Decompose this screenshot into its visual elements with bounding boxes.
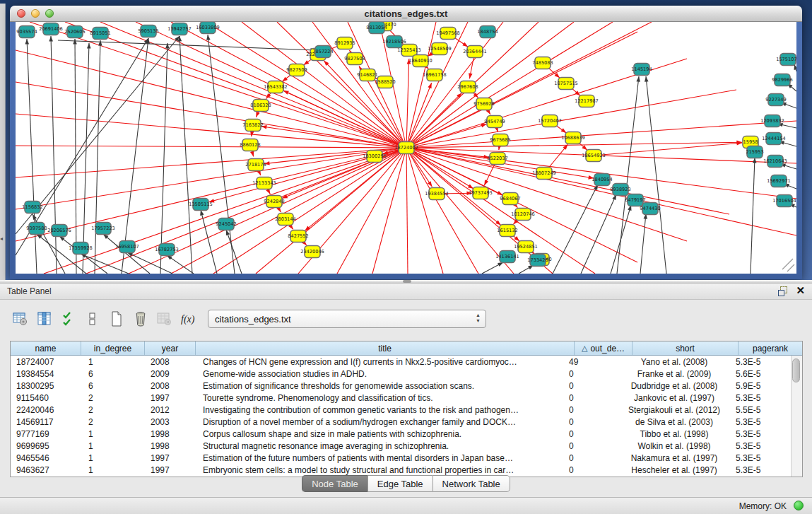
tab-network-table[interactable]: Network Table	[433, 475, 510, 492]
table-row[interactable]: 946362711997Embryonic stem cells: a mode…	[11, 464, 791, 476]
minimize-button[interactable]	[31, 9, 40, 18]
graph-node[interactable]: 1848754	[477, 26, 498, 38]
column-header-title[interactable]: title	[196, 341, 575, 355]
column-header-pagerank[interactable]: pagerank	[739, 341, 802, 355]
graph-node[interactable]: 10688639	[561, 132, 585, 144]
left-panel-edge[interactable]: ◂	[0, 4, 6, 280]
graph-node[interactable]: 2803144	[275, 214, 295, 226]
graph-node[interactable]: 20206576	[47, 225, 71, 237]
float-window-icon[interactable]	[777, 286, 787, 296]
graph-node[interactable]: 8186328	[250, 100, 271, 112]
column-header-year[interactable]: year	[145, 341, 196, 355]
tab-edge-table[interactable]: Edge Table	[367, 475, 433, 492]
graph-node[interactable]: 16033809	[196, 22, 220, 34]
clear-selection-icon[interactable]	[83, 310, 102, 328]
graph-node[interactable]: 17359928	[69, 243, 93, 255]
table-row[interactable]: 1872400712008Changes of HCN gene express…	[11, 356, 791, 368]
delete-column-icon[interactable]	[131, 310, 150, 328]
delete-table-icon[interactable]	[155, 310, 174, 328]
table-row[interactable]: 1456911722003Disruption of a novel membe…	[11, 416, 791, 428]
close-button[interactable]	[17, 9, 25, 18]
table-row[interactable]: 1938455462009Genome-wide association stu…	[11, 368, 791, 380]
graph-node[interactable]: 2718176	[245, 159, 266, 171]
table-options-icon[interactable]	[11, 310, 30, 328]
network-window-titlebar[interactable]: citations_edges.txt	[10, 6, 802, 22]
graph-node[interactable]: 2967608	[457, 81, 478, 93]
zoom-button[interactable]	[45, 9, 54, 18]
graph-node[interactable]: 9756928	[473, 98, 494, 110]
graph-node[interactable]: 19384554	[425, 188, 449, 200]
graph-node[interactable]: 1145194	[631, 64, 652, 76]
graph-node[interactable]: 9245042	[216, 218, 236, 230]
tab-node-table[interactable]: Node Table	[302, 475, 367, 492]
graph-node[interactable]: 18757515	[554, 78, 578, 90]
table-row[interactable]: 1830029562008Estimation of significance …	[11, 380, 791, 392]
graph-node[interactable]: 9827509	[286, 64, 307, 76]
graph-node[interactable]: 9474430	[640, 203, 660, 215]
graph-node[interactable]: 8454749	[484, 116, 505, 128]
new-column-icon[interactable]	[107, 310, 126, 328]
show-columns-icon[interactable]	[35, 310, 54, 328]
graph-node[interactable]: 215953	[746, 146, 763, 158]
graph-node[interactable]: 1156832	[22, 201, 42, 214]
function-builder-icon[interactable]: f(x)	[180, 310, 198, 328]
graph-node[interactable]: 9829966	[772, 74, 792, 86]
graph-node[interactable]: 16961758	[423, 69, 447, 81]
graph-node[interactable]: 5905135	[138, 25, 158, 37]
graph-node[interactable]: 9397588	[26, 223, 47, 235]
graph-node[interactable]: 15720407	[538, 115, 562, 127]
graph-node[interactable]: 9684067	[500, 193, 520, 205]
graph-node[interactable]: 1588520	[375, 76, 395, 88]
graph-node[interactable]: 1615132	[497, 225, 517, 237]
select-all-rows-icon[interactable]	[59, 310, 78, 328]
table-selector-dropdown[interactable]: citations_edges.txt ▲▼	[208, 310, 486, 328]
graph-node[interactable]: 12217987	[575, 95, 599, 107]
table-row[interactable]: 977716911998Corpus callosum shape and si…	[11, 428, 791, 440]
network-canvas[interactable]: 1872400711254470125485091232541318640910…	[16, 22, 796, 274]
graph-node[interactable]: 8912935	[334, 37, 355, 49]
column-header-in_degree[interactable]: in_degree	[81, 341, 145, 355]
graph-node[interactable]: 9827508	[344, 53, 365, 65]
close-panel-icon[interactable]: ✕	[796, 286, 805, 296]
citation-network-graph[interactable]: 1872400711254470125485091232541318640910…	[16, 22, 796, 274]
graph-node[interactable]: 9035574	[16, 26, 37, 38]
table-row[interactable]: 911546021997Tourette syndrome. Phenomeno…	[11, 392, 791, 404]
table-row[interactable]: 946554611997Estimation of the future num…	[11, 452, 791, 464]
graph-node[interactable]: 17957223	[91, 223, 115, 235]
graph-node[interactable]: 1840954	[592, 174, 612, 186]
svg-text:19737493: 19737493	[469, 190, 493, 196]
graph-node[interactable]: 8522037	[487, 153, 507, 165]
graph-node[interactable]: 7857224	[312, 46, 333, 58]
graph-node[interactable]: 9242848	[264, 196, 284, 208]
graph-node[interactable]: 16958107	[115, 241, 139, 253]
graph-node[interactable]: 14136141	[495, 251, 519, 263]
graph-node[interactable]: 7485083	[532, 57, 553, 69]
graph-node[interactable]: 8427552	[288, 230, 308, 243]
table-row[interactable]: 2242004622012Investigating the contribut…	[11, 404, 791, 416]
graph-node[interactable]: 2520605	[64, 26, 85, 38]
column-header-short[interactable]: short	[632, 341, 739, 355]
graph-node[interactable]: 8915051	[90, 28, 110, 40]
column-header-out_de[interactable]: △out_de…	[575, 341, 632, 355]
graph-node[interactable]: 1733426	[527, 255, 548, 267]
graph-node[interactable]: 18654923	[582, 150, 606, 162]
graph-node[interactable]: 15751074	[776, 54, 796, 66]
graph-node[interactable]: 20691406	[39, 23, 63, 35]
graph-node[interactable]: 13505115	[189, 199, 213, 211]
divider-grip[interactable]	[403, 280, 411, 283]
graph-node[interactable]: 8860128	[240, 139, 260, 151]
graph-node[interactable]: 19524851	[514, 241, 538, 253]
graph-node[interactable]: 9227349	[765, 94, 786, 106]
graph-node[interactable]: 12133343	[252, 177, 276, 189]
graph-node[interactable]: 9675685	[490, 134, 510, 146]
table-row[interactable]: 969969511998Structural magnetic resonanc…	[11, 440, 791, 452]
graph-node[interactable]: 7163822	[242, 119, 263, 132]
cell: 1998	[145, 441, 196, 451]
graph-node[interactable]: 13942757	[167, 23, 192, 35]
vertical-scrollbar[interactable]	[791, 356, 802, 477]
column-header-name[interactable]: name	[11, 341, 81, 355]
graph-node[interactable]: 8938923	[610, 184, 630, 196]
graph-node[interactable]: 8813054	[366, 22, 387, 34]
scrollbar-thumb[interactable]	[792, 358, 800, 382]
graph-node[interactable]: 19497568	[436, 28, 460, 40]
